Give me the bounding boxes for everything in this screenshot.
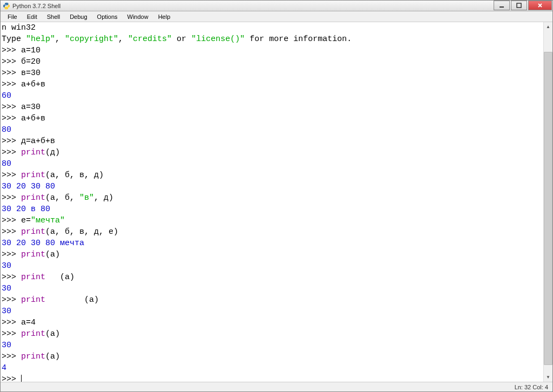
shell-line: >>> print (а) (2, 295, 99, 305)
shell-line: >>> а+б+в (2, 80, 45, 89)
shell-line: >>> print(а) (2, 250, 60, 259)
shell-output: 30 20 30 80 (2, 182, 55, 191)
shell-output: 4 (2, 363, 6, 373)
svg-rect-1 (517, 3, 521, 8)
content-area: n win32 Type "help", "copyright", "credi… (1, 22, 552, 382)
shell-line: >>> а=10 (2, 46, 41, 55)
shell-line: >>> а=30 (2, 103, 41, 112)
shell-output: 30 (2, 261, 11, 271)
menu-debug[interactable]: Debug (65, 12, 92, 21)
python-icon (3, 2, 10, 10)
maximize-button[interactable] (511, 1, 527, 10)
shell-line: >>> б=20 (2, 57, 41, 66)
shell-line: >>> а+б+в (2, 114, 45, 123)
shell-line: >>> print(д) (2, 148, 60, 157)
close-button[interactable] (528, 1, 552, 10)
menu-options[interactable]: Options (92, 12, 123, 21)
shell-line: >>> е="мечта" (2, 216, 65, 225)
main-window: Python 3.7.2 Shell File Edit Shell Debug… (0, 0, 553, 392)
shell-line: >>> print(a) (2, 329, 60, 339)
window-title: Python 3.7.2 Shell (12, 3, 60, 9)
menu-shell[interactable]: Shell (42, 12, 65, 21)
menubar: File Edit Shell Debug Options Window Hel… (1, 11, 552, 22)
menu-edit[interactable]: Edit (22, 12, 42, 21)
shell-line: n win32 (2, 23, 36, 32)
svg-rect-0 (500, 6, 504, 8)
shell-line: >>> print(а, б, в, д) (2, 171, 104, 180)
scroll-thumb[interactable] (544, 52, 552, 365)
shell-line: >>> (2, 375, 22, 382)
shell-output: 60 (2, 91, 11, 100)
shell-output: 30 (2, 307, 11, 316)
text-cursor (21, 375, 22, 382)
shell-line: >>> в=30 (2, 69, 41, 78)
menu-window[interactable]: Window (123, 12, 153, 21)
shell-editor[interactable]: n win32 Type "help", "copyright", "credi… (1, 22, 543, 382)
shell-line: Type "help", "copyright", "credits" or "… (2, 35, 352, 44)
minimize-button[interactable] (494, 1, 510, 10)
shell-line: >>> print (а) (2, 273, 75, 282)
shell-output: 80 (2, 159, 11, 168)
window-controls (493, 1, 552, 11)
shell-line: >>> д=а+б+в (2, 137, 55, 146)
titlebar-left: Python 3.7.2 Shell (3, 2, 60, 10)
shell-line: >>> print(а) (2, 352, 60, 361)
vertical-scrollbar[interactable]: ▲ ▼ (543, 22, 552, 382)
shell-line: >>> а=4 (2, 318, 36, 327)
menu-help[interactable]: Help (153, 12, 176, 21)
shell-output: 30 20 30 80 мечта (2, 239, 84, 248)
shell-line: >>> print(а, б, "в", д) (2, 193, 113, 202)
scroll-down-icon[interactable]: ▼ (544, 373, 552, 382)
scroll-up-icon[interactable]: ▲ (544, 22, 552, 31)
shell-output: 30 (2, 341, 11, 350)
statusbar: Ln: 32 Col: 4 (1, 382, 552, 391)
shell-line: >>> print(а, б, в, д, е) (2, 227, 118, 236)
titlebar: Python 3.7.2 Shell (1, 1, 552, 11)
cursor-position: Ln: 32 Col: 4 (515, 384, 548, 390)
shell-output: 30 (2, 284, 11, 293)
shell-output: 30 20 в 80 (2, 205, 50, 214)
menu-file[interactable]: File (3, 12, 22, 21)
shell-output: 80 (2, 125, 11, 134)
